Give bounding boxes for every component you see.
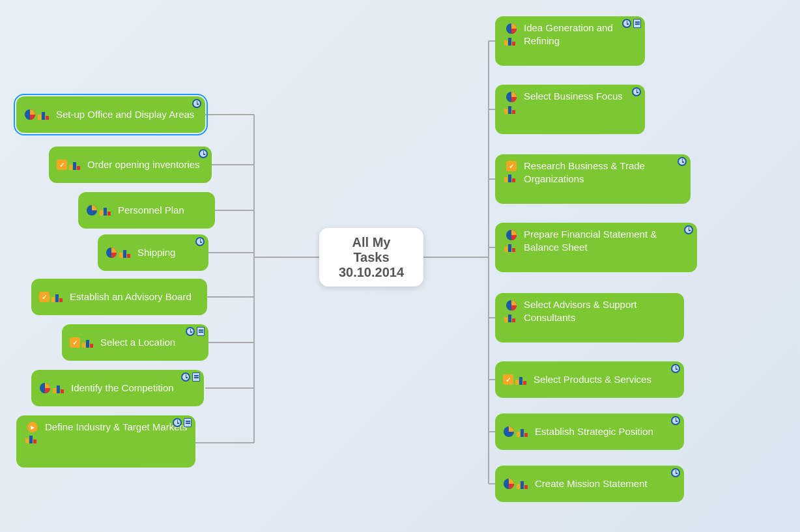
bar-chart-icon	[517, 427, 531, 437]
check-icon: ✓	[39, 292, 50, 302]
node-icons	[106, 247, 134, 259]
node-icons	[503, 478, 531, 490]
pie-icon	[503, 426, 515, 438]
node-select-products[interactable]: ✓ Select Products & Services	[495, 361, 684, 398]
node-icons	[39, 382, 67, 394]
node-establish-strategic[interactable]: Establish Strategic Position	[495, 413, 684, 450]
node-select-location[interactable]: ✓ Select a Location	[62, 324, 208, 361]
node-label: Order opening inventories	[87, 158, 204, 171]
corner-icons	[173, 418, 192, 427]
node-label: Personnel Plan	[118, 204, 207, 217]
corner-icons	[671, 468, 680, 477]
corner-icons	[181, 372, 200, 382]
doc-icon	[197, 327, 205, 336]
node-personnel-plan[interactable]: Personnel Plan	[78, 192, 215, 229]
node-label: Select Advisors & Support Consultants	[524, 298, 676, 324]
node-select-business[interactable]: Select Business Focus	[495, 85, 645, 134]
node-label: Select Products & Services	[534, 373, 676, 386]
node-prepare-financial[interactable]: Prepare Financial Statement & Balance Sh…	[495, 223, 697, 272]
node-create-mission[interactable]: Create Mission Statement	[495, 466, 684, 502]
node-select-advisors[interactable]: Select Advisors & Support Consultants	[495, 293, 684, 343]
corner-icons	[678, 157, 687, 166]
bar-chart-icon	[38, 109, 52, 120]
bar-chart-icon	[82, 337, 96, 348]
node-label: Establish an Advisory Board	[70, 290, 199, 303]
clock-icon	[684, 225, 693, 234]
doc-icon	[184, 418, 192, 427]
clock-icon	[671, 468, 680, 477]
node-icons: ✓	[39, 292, 66, 302]
node-define-industry[interactable]: ▶ Define Industry & Target Markets	[16, 415, 195, 468]
bar-chart-icon	[504, 312, 519, 322]
corner-icons	[195, 237, 205, 246]
node-label: Set-up Office and Display Areas	[56, 108, 197, 121]
corner-icons	[186, 327, 205, 336]
node-advisory-board[interactable]: ✓ Establish an Advisory Board	[31, 279, 207, 315]
pie-icon	[86, 204, 98, 216]
node-label: Create Mission Statement	[535, 477, 676, 490]
pie-icon	[506, 91, 517, 103]
node-label: Prepare Financial Statement & Balance Sh…	[524, 228, 689, 253]
pie-icon	[506, 229, 517, 241]
node-label: Research Business & Trade Organizations	[524, 160, 683, 185]
pie-icon	[39, 382, 51, 394]
bar-chart-icon	[53, 383, 67, 393]
node-icons	[503, 229, 520, 252]
pie-icon	[24, 109, 36, 120]
node-icons	[24, 109, 52, 120]
check-icon: ✓	[57, 160, 67, 170]
node-idea-generation[interactable]: Idea Generation and Refining	[495, 16, 645, 66]
node-icons	[503, 300, 520, 322]
bar-chart-icon	[504, 104, 519, 114]
node-research-business[interactable]: ✓ Research Business & Trade Organization…	[495, 154, 691, 204]
corner-icons	[192, 99, 201, 108]
clock-icon	[671, 416, 680, 425]
clock-icon	[632, 87, 641, 96]
clock-icon	[678, 157, 687, 166]
center-label-line1: All My Tasks	[335, 235, 408, 265]
node-icons	[86, 204, 114, 216]
check-icon: ✓	[70, 337, 80, 348]
corner-icons	[671, 416, 680, 425]
node-icons	[503, 91, 520, 114]
bar-chart-icon	[100, 205, 114, 216]
node-label: Identify the Competition	[71, 382, 196, 395]
bar-chart-icon	[504, 242, 519, 252]
check-icon: ✓	[503, 374, 513, 385]
node-icons: ✓	[503, 374, 530, 385]
mindmap-canvas: All My Tasks 30.10.2014 Idea Generation …	[0, 0, 800, 532]
corner-icons-idea	[622, 19, 641, 28]
bar-chart-icon	[504, 172, 519, 182]
doc-icon	[192, 372, 200, 382]
corner-icons	[671, 364, 680, 373]
play-icon: ▶	[27, 422, 38, 432]
clock-icon	[199, 149, 208, 158]
corner-icons	[199, 149, 208, 158]
pie-icon	[506, 23, 517, 35]
node-icons: ▶	[24, 422, 41, 443]
clock-icon	[186, 327, 195, 336]
pie-icon	[106, 247, 117, 259]
bar-chart-icon	[25, 433, 40, 443]
center-node[interactable]: All My Tasks 30.10.2014	[319, 228, 423, 287]
corner-icons	[684, 225, 693, 234]
bar-chart-icon	[51, 292, 66, 302]
node-setup-office[interactable]: Set-up Office and Display Areas	[16, 96, 205, 133]
center-label-line2: 30.10.2014	[339, 265, 404, 280]
node-order-inventories[interactable]: ✓ Order opening inventories	[49, 147, 212, 183]
bar-chart-icon	[517, 479, 531, 489]
node-icons: ✓	[70, 337, 96, 348]
bar-chart-icon	[504, 35, 519, 46]
clock-icon	[195, 237, 205, 246]
bar-chart-icon	[515, 374, 530, 385]
node-icons: ✓	[57, 160, 83, 170]
clock-icon	[192, 99, 201, 108]
node-identify-competition[interactable]: Identify the Competition	[31, 370, 204, 406]
node-label: Define Industry & Target Markets	[45, 421, 188, 434]
node-icons: ✓	[503, 161, 520, 182]
clock-icon	[622, 19, 631, 28]
node-shipping[interactable]: Shipping	[98, 234, 208, 271]
clock-icon	[671, 364, 680, 373]
clock-icon	[181, 372, 190, 382]
node-label: Shipping	[137, 246, 201, 259]
